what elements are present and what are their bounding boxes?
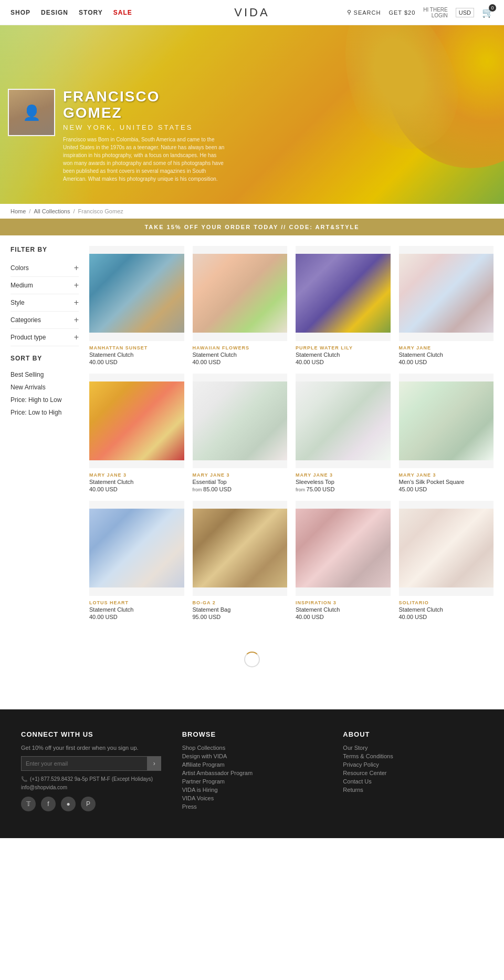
product-price: 40.00 USD [89,614,184,620]
breadcrumb-sep2: / [74,208,75,214]
filter-product-type[interactable]: Product type + [10,329,79,346]
footer-about-link[interactable]: Resource Center [343,770,483,776]
footer-about-link[interactable]: Contact Us [343,778,483,785]
sort-price-low-high[interactable]: Price: Low to High [10,406,79,419]
footer-browse-link[interactable]: Partner Program [182,778,322,785]
footer-email-address: info@shopvida.com [21,785,161,790]
product-card[interactable]: MARY JANEStatement Clutch40.00 USD [399,246,494,365]
product-price: 40.00 USD [89,486,184,492]
footer-connect: Connect With Us Get 10% off your first o… [21,730,161,812]
product-type: Statement Clutch [399,352,494,358]
artist-location: NEW YORK, UNITED STATES [63,123,226,131]
footer-email-signup: › [21,756,161,771]
sort-best-selling[interactable]: Best Selling [10,368,79,381]
sort-new-arrivals[interactable]: New Arrivals [10,381,79,394]
social-icons: 𝕋 f ● P [21,797,161,811]
product-card[interactable]: MARY JANE 3Statement Clutch40.00 USD [89,374,184,493]
filter-medium[interactable]: Medium + [10,277,79,294]
product-price: 40.00 USD [89,359,184,365]
search-button[interactable]: ⚲ SEARCH [347,9,381,16]
breadcrumb-home[interactable]: Home [10,208,26,214]
filter-title: FILTER BY [10,246,79,253]
filter-colors-label: Colors [10,264,29,272]
artist-name: FRANCISCO GOMEZ [63,89,226,121]
footer-email-submit[interactable]: › [148,756,161,771]
breadcrumb-current: Francisco Gomez [78,208,123,214]
login-button[interactable]: LOGIN [423,13,448,18]
filter-section: FILTER BY Colors + Medium + Style + Cate… [10,246,79,346]
footer-browse-link[interactable]: Press [182,803,322,810]
footer-browse-link[interactable]: Shop Collections [182,745,322,751]
footer-browse-link[interactable]: VIDA is Hiring [182,787,322,793]
footer-browse-link[interactable]: Affiliate Program [182,761,322,768]
site-logo[interactable]: VIDA [234,6,269,19]
filter-style-expand-icon: + [74,298,79,307]
product-type: Statement Clutch [89,479,184,485]
pinterest-icon[interactable]: P [81,797,96,811]
product-card[interactable]: BO-GA 2Statement Bag95.00 USD [193,501,288,620]
avatar: 👤 [8,89,55,136]
product-price: 95.00 USD [193,614,288,620]
product-card[interactable]: HAWAIIAN FLOWERSStatement Clutch40.00 US… [193,246,288,365]
instagram-icon[interactable]: ● [61,797,76,811]
search-label: SEARCH [354,9,381,16]
product-series: MARY JANE 3 [193,472,288,478]
footer-connect-subtitle: Get 10% off your first order when you si… [21,745,161,751]
product-series: SOLITARIO [399,600,494,605]
product-price: 40.00 USD [399,359,494,365]
cart-badge: 0 [489,4,496,12]
promo-banner: TAKE 15% OFF YOUR ORDER TODAY // CODE: A… [0,219,504,235]
footer: Connect With Us Get 10% off your first o… [0,709,504,838]
footer-about-link[interactable]: Terms & Conditions [343,753,483,759]
hero-banner: 👤 FRANCISCO GOMEZ NEW YORK, UNITED STATE… [0,25,504,204]
filter-categories[interactable]: Categories + [10,312,79,329]
footer-about-link[interactable]: Returns [343,787,483,793]
breadcrumb-collections[interactable]: All Collections [34,208,70,214]
sort-price-high-low[interactable]: Price: High to Low [10,394,79,406]
product-price: from 75.00 USD [296,486,391,492]
hi-there-label: HI THERE LOGIN [423,7,448,18]
currency-selector[interactable]: USD [456,8,474,17]
facebook-icon[interactable]: f [41,797,56,811]
product-series: BO-GA 2 [193,600,288,605]
nav-story[interactable]: STORY [79,9,103,16]
product-card[interactable]: LOTUS HEARTStatement Clutch40.00 USD [89,501,184,620]
artist-bio: Francisco was Born in Colombia, South Am… [63,136,226,183]
product-type: Statement Clutch [89,606,184,613]
product-card[interactable]: INSPIRATION 3Statement Clutch40.00 USD [296,501,391,620]
breadcrumb-sep1: / [29,208,30,214]
product-type: Statement Clutch [193,352,288,358]
product-card[interactable]: MANHATTAN SUNSETStatement Clutch40.00 US… [89,246,184,365]
filter-medium-expand-icon: + [74,281,79,290]
footer-browse-link[interactable]: Design with VIDA [182,753,322,759]
footer-about-link[interactable]: Our Story [343,745,483,751]
product-series: MARY JANE 3 [89,472,184,478]
sidebar: FILTER BY Colors + Medium + Style + Cate… [10,246,79,620]
product-card[interactable]: SOLITARIOStatement Clutch40.00 USD [399,501,494,620]
product-series: INSPIRATION 3 [296,600,391,605]
twitter-icon[interactable]: 𝕋 [21,797,36,811]
filter-style[interactable]: Style + [10,294,79,312]
product-type: Essential Top [193,479,288,485]
get20-button[interactable]: GET $20 [388,9,415,16]
nav-design[interactable]: DESIGN [41,9,68,16]
footer-grid: Connect With Us Get 10% off your first o… [21,730,483,812]
nav-shop[interactable]: SHOP [10,9,30,16]
product-card[interactable]: MARY JANE 3Essential Topfrom 85.00 USD [193,374,288,493]
product-series: MARY JANE 3 [296,472,391,478]
product-card[interactable]: PURPLE WATER LILYStatement Clutch40.00 U… [296,246,391,365]
filter-categories-expand-icon: + [74,316,79,324]
footer-browse-link[interactable]: VIDA Voices [182,795,322,801]
cart-button[interactable]: 🛒 0 [482,7,494,18]
product-card[interactable]: MARY JANE 3Sleeveless Topfrom 75.00 USD [296,374,391,493]
hero-content: 👤 FRANCISCO GOMEZ NEW YORK, UNITED STATE… [8,89,226,183]
filter-style-label: Style [10,299,25,306]
footer-about-link[interactable]: Privacy Policy [343,761,483,768]
nav-sale[interactable]: SALE [113,9,132,16]
footer-email-input[interactable] [21,756,148,771]
product-series: MARY JANE 3 [399,472,494,478]
filter-colors[interactable]: Colors + [10,260,79,277]
product-card[interactable]: MARY JANE 3Men's Silk Pocket Square45.00… [399,374,494,493]
search-icon: ⚲ [347,9,352,16]
footer-browse-link[interactable]: Artist Ambassador Program [182,770,322,776]
